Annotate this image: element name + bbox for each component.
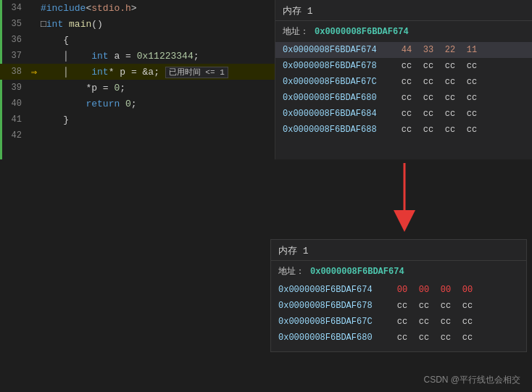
arrow-42 — [28, 130, 41, 141]
mem-byte-bottom-1-2: cc — [438, 301, 454, 311]
mem-bytes-top-4: cc cc cc cc — [399, 109, 480, 119]
mem-byte-bottom-0-0: 00 — [394, 285, 410, 295]
addr-label-bottom: 地址： — [278, 265, 304, 278]
mem-byte-top-2-3: cc — [464, 77, 480, 87]
mem-byte-bottom-3-1: cc — [416, 333, 432, 343]
mem-byte-bottom-0-3: 00 — [460, 285, 475, 295]
mem-byte-top-0-3: 11 — [464, 45, 480, 55]
mem-byte-bottom-3-3: cc — [460, 333, 475, 343]
watermark: CSDN @平行线也会相交 — [423, 374, 520, 386]
mem-addr-bottom-2: 0x0000008F6BDAF67C — [278, 317, 394, 327]
mem-byte-top-5-0: cc — [399, 125, 415, 135]
arrow-39 — [28, 82, 41, 93]
line-number-34: 34 — [0, 3, 28, 13]
mem-byte-top-2-2: cc — [442, 77, 458, 87]
mem-bytes-top-1: cc cc cc cc — [399, 61, 480, 71]
tooltip-38: 已用时间 <= 1 — [165, 67, 228, 78]
memory-bottom-row-3: 0x0000008F6BDAF680 cc cc cc cc — [271, 330, 526, 346]
arrow-area — [0, 159, 532, 239]
mem-byte-top-3-2: cc — [442, 93, 458, 103]
memory-panel-bottom: 内存 1 地址： 0x0000008F6BDAF674 0x0000008F6B… — [270, 239, 527, 352]
code-editor: 34 #include<stdio.h> 35 □int main() 36 {… — [0, 0, 275, 159]
code-content-34: #include<stdio.h> — [41, 3, 137, 14]
memory-top-row-1: 0x0000008F6BDAF678 cc cc cc cc — [275, 58, 532, 74]
mem-addr-bottom-3: 0x0000008F6BDAF680 — [278, 333, 394, 343]
code-line-42: 42 — [0, 128, 275, 143]
memory-bottom-row-2: 0x0000008F6BDAF67C cc cc cc cc — [271, 314, 526, 330]
mem-addr-top-3: 0x0000008F6BDAF680 — [283, 93, 399, 103]
code-content-41: } — [41, 114, 69, 125]
line-number-35: 35 — [0, 19, 28, 29]
code-content-39: *p = 0; — [41, 83, 125, 93]
mem-byte-bottom-1-3: cc — [460, 301, 475, 311]
line-number-41: 41 — [0, 114, 28, 125]
mem-byte-top-0-2: 22 — [442, 45, 458, 55]
mem-byte-top-1-1: cc — [420, 61, 436, 71]
memory-bottom-row-1: 0x0000008F6BDAF678 cc cc cc cc — [271, 298, 526, 314]
code-content-38: │ int* p = &a; 已用时间 <= 1 — [41, 67, 228, 78]
mem-addr-top-1: 0x0000008F6BDAF678 — [283, 61, 399, 71]
mem-byte-top-3-1: cc — [420, 93, 436, 103]
mem-byte-top-4-1: cc — [420, 109, 436, 119]
code-line-36: 36 { — [0, 32, 275, 48]
mem-byte-bottom-3-0: cc — [394, 333, 410, 343]
addr-label-top: 地址： — [283, 25, 309, 38]
arrow-40 — [28, 98, 41, 109]
svg-marker-1 — [394, 210, 415, 232]
mem-bytes-bottom-3: cc cc cc cc — [394, 333, 475, 343]
mem-byte-top-1-0: cc — [399, 61, 415, 71]
mem-byte-top-0-1: 33 — [420, 45, 436, 55]
mem-byte-top-3-0: cc — [399, 93, 415, 103]
mem-byte-bottom-2-1: cc — [416, 317, 432, 327]
mem-addr-top-4: 0x0000008F6BDAF684 — [283, 109, 399, 119]
mem-byte-top-4-2: cc — [442, 109, 458, 119]
mem-bytes-bottom-0: 00 00 00 00 — [394, 285, 475, 295]
mem-bytes-bottom-1: cc cc cc cc — [394, 301, 475, 311]
code-content-37: │ int a = 0x11223344; — [41, 51, 199, 62]
mem-byte-top-1-3: cc — [464, 61, 480, 71]
mem-byte-top-2-1: cc — [420, 77, 436, 87]
arrow-41 — [28, 114, 41, 125]
mem-byte-bottom-1-1: cc — [416, 301, 432, 311]
memory-top-row-3: 0x0000008F6BDAF680 cc cc cc cc — [275, 90, 532, 106]
mem-byte-top-5-1: cc — [420, 125, 436, 135]
mem-byte-top-5-2: cc — [442, 125, 458, 135]
mem-bytes-top-2: cc cc cc cc — [399, 77, 480, 87]
memory-top-addr-bar: 地址： 0x0000008F6BDAF674 — [275, 24, 532, 39]
code-content-42 — [41, 130, 46, 141]
mem-bytes-top-3: cc cc cc cc — [399, 93, 480, 103]
mem-addr-top-2: 0x0000008F6BDAF67C — [283, 77, 399, 87]
arrow-38: ⇒ — [28, 66, 41, 78]
memory-top-row-2: 0x0000008F6BDAF67C cc cc cc cc — [275, 74, 532, 90]
mem-byte-top-4-3: cc — [464, 109, 480, 119]
memory-bottom-title: 内存 1 — [271, 243, 526, 261]
mem-byte-bottom-0-1: 00 — [416, 285, 432, 295]
mem-addr-bottom-0: 0x0000008F6BDAF674 — [278, 285, 394, 295]
mem-byte-top-1-2: cc — [442, 61, 458, 71]
mem-byte-bottom-2-2: cc — [438, 317, 454, 327]
code-line-38: 38 ⇒ │ int* p = &a; 已用时间 <= 1 — [0, 64, 275, 80]
memory-top-row-4: 0x0000008F6BDAF684 cc cc cc cc — [275, 106, 532, 122]
memory-bottom-addr-bar: 地址： 0x0000008F6BDAF674 — [271, 264, 526, 279]
mem-byte-bottom-2-0: cc — [394, 317, 410, 327]
mem-byte-bottom-0-2: 00 — [438, 285, 454, 295]
line-number-38: 38 — [0, 67, 28, 77]
line-number-42: 42 — [0, 130, 28, 141]
mem-byte-bottom-2-3: cc — [460, 317, 475, 327]
arrow-37 — [28, 50, 41, 62]
addr-value-bottom: 0x0000008F6BDAF674 — [310, 267, 404, 277]
mem-byte-bottom-1-0: cc — [394, 301, 410, 311]
mem-byte-top-4-0: cc — [399, 109, 415, 119]
code-line-41: 41 } — [0, 112, 275, 128]
line-number-36: 36 — [0, 35, 28, 45]
code-content-36: { — [41, 35, 69, 46]
memory-top-title: 内存 1 — [275, 3, 532, 21]
mem-byte-top-5-3: cc — [464, 125, 480, 135]
mem-addr-bottom-1: 0x0000008F6BDAF678 — [278, 301, 394, 311]
addr-value-top: 0x0000008F6BDAF674 — [315, 27, 409, 37]
memory-bottom-row-0: 0x0000008F6BDAF674 00 00 00 00 — [271, 282, 526, 298]
mem-byte-top-3-3: cc — [464, 93, 480, 103]
line-number-39: 39 — [0, 83, 28, 93]
memory-top-row-5: 0x0000008F6BDAF688 cc cc cc cc — [275, 122, 532, 138]
memory-top-row-0: 0x0000008F6BDAF674 44 33 22 11 — [275, 42, 532, 58]
